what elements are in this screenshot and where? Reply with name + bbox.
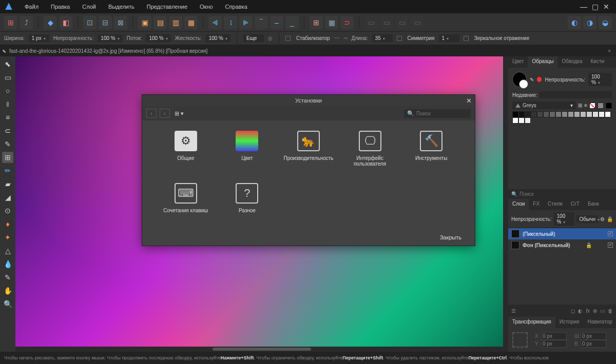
layer-visibility-checkbox[interactable] <box>608 231 613 236</box>
stabilizer-checkbox[interactable] <box>285 36 291 41</box>
mask-icon[interactable]: ◻ <box>571 308 575 314</box>
toolbar-persona1-icon[interactable]: ◐ <box>568 16 581 29</box>
toolbar-arrange1-icon[interactable]: ▣ <box>138 16 151 29</box>
hardness-field[interactable]: 100 % <box>206 34 230 42</box>
brush-tool[interactable]: ✎ <box>2 138 13 150</box>
marquee-rect-tool[interactable]: ▭ <box>2 72 13 83</box>
pen-tool[interactable]: △ <box>2 245 13 256</box>
pixel-tool[interactable]: ⊞ <box>2 152 13 163</box>
red-swatch-icon[interactable] <box>537 77 542 82</box>
tab-navigator[interactable]: Навигатор <box>584 317 617 328</box>
dialog-search-input[interactable] <box>416 111 482 116</box>
heal-tool[interactable]: ✦ <box>2 232 13 243</box>
gradient-tool[interactable]: ◢ <box>2 192 13 203</box>
document-close-icon[interactable]: × <box>605 48 614 54</box>
recent-colors[interactable] <box>540 91 612 98</box>
nocolor-icon[interactable] <box>589 103 595 109</box>
toolbar-align-top-icon[interactable]: ‾ <box>255 16 268 29</box>
toolbar-snap1-icon[interactable]: ⊡ <box>83 16 97 29</box>
eyedropper-icon[interactable]: ✎ <box>530 77 534 83</box>
minimize-button[interactable]: — <box>580 3 587 10</box>
zoom-tool[interactable]: 🔍 <box>2 298 13 310</box>
toolbar-align-right-icon[interactable]: ⫸ <box>239 16 253 29</box>
toolbar-quickmask-icon[interactable]: ◧ <box>59 16 72 29</box>
transform-x-field[interactable] <box>541 332 567 340</box>
swatch-grid[interactable] <box>512 111 612 124</box>
transform-w-field[interactable] <box>581 332 606 340</box>
black-swatch[interactable] <box>606 103 612 109</box>
close-window-button[interactable]: ✕ <box>603 3 610 10</box>
anchor-widget[interactable] <box>512 332 528 348</box>
toolbar-pixel-icon[interactable]: ▦ <box>325 16 338 29</box>
fx-icon[interactable]: fx <box>586 308 590 314</box>
category-ui[interactable]: 🖵 Интерфейс пользователя <box>342 131 398 173</box>
toolbar-persona3-icon[interactable]: ◒ <box>599 16 612 29</box>
tab-history[interactable]: История <box>555 317 584 328</box>
blend-mode-field[interactable]: Обычн <box>576 215 598 223</box>
brush2-tool[interactable]: ✎ <box>2 272 13 283</box>
symmetry-field[interactable]: 1 <box>439 34 459 42</box>
layer-opacity-field[interactable]: 100 % <box>554 212 574 226</box>
layers-icon[interactable]: ☰ <box>511 308 516 314</box>
toolbar-selection-icon[interactable]: ◆ <box>44 16 57 29</box>
tab-stroke[interactable]: Обводка <box>557 56 586 68</box>
curve1-icon[interactable]: 〰 <box>334 35 339 41</box>
close-button[interactable]: Закрыть <box>433 233 469 242</box>
category-shortcuts[interactable]: ⌨ Сочетания клавиш <box>158 183 214 219</box>
tab-brushes[interactable]: Кисти <box>587 56 609 68</box>
flame-tool[interactable]: ♦ <box>2 218 13 230</box>
dialog-close-icon[interactable]: ✕ <box>466 97 472 105</box>
document-tab[interactable]: ⬉ fast-and-the-glorious-140220201432-lg@… <box>0 45 616 56</box>
toolbar-grid-icon[interactable]: ⊞ <box>4 16 17 29</box>
mirror-checkbox[interactable] <box>464 36 469 41</box>
marquee-column-tool[interactable]: ⦀ <box>2 98 13 110</box>
add-layer-icon[interactable]: ⊕ <box>593 308 597 314</box>
toolbar-align-center-icon[interactable]: ⫶ <box>224 16 237 29</box>
toolbar-grid-toggle-icon[interactable]: ⊞ <box>310 16 323 29</box>
symmetry-checkbox[interactable] <box>397 36 402 41</box>
maximize-button[interactable]: ▢ <box>591 3 599 10</box>
drop-tool[interactable]: 💧 <box>2 258 13 270</box>
category-misc[interactable]: ? Разное <box>219 183 276 219</box>
menu-select[interactable]: Выделить <box>103 2 140 12</box>
lock-icon[interactable]: 🔒 <box>607 216 613 222</box>
back-button[interactable]: ‹ <box>146 109 157 118</box>
length-field[interactable]: 35 <box>372 34 393 42</box>
pencil-tool[interactable]: ✏ <box>2 165 13 176</box>
category-color[interactable]: Цвет <box>219 131 276 173</box>
layer-item[interactable]: (Пиксельный) <box>508 228 616 239</box>
tab-fx[interactable]: FX <box>529 199 544 210</box>
toolbar-persona2-icon[interactable]: ◑ <box>583 16 596 29</box>
toolbar-share-icon[interactable]: ⤴ <box>20 16 33 29</box>
tab-styles[interactable]: Стили <box>544 199 567 210</box>
menu-file[interactable]: Файл <box>20 2 44 12</box>
more-button[interactable]: Еще <box>243 34 264 42</box>
grey-swatch[interactable] <box>598 103 604 109</box>
grid-view-icon[interactable]: ⊞ ▾ <box>173 109 185 118</box>
tab-swatches[interactable]: Образцы <box>528 56 557 68</box>
dialog-search[interactable]: 🔍 <box>404 109 471 118</box>
toolbar-arrange4-icon[interactable]: ▦ <box>184 16 198 29</box>
menu-view[interactable]: Представление <box>142 2 192 12</box>
marquee-ellipse-tool[interactable]: ○ <box>2 85 13 96</box>
foreground-color[interactable] <box>512 72 527 87</box>
horizontal-scrollbar[interactable] <box>15 347 508 352</box>
tab-sgt[interactable]: СгТ <box>567 199 584 210</box>
gear-icon[interactable]: ⚙ <box>600 216 605 222</box>
toolbar-magnet-icon[interactable]: ⊃ <box>340 16 354 29</box>
layer-visibility-checkbox[interactable] <box>608 242 613 248</box>
category-performance[interactable]: 🐆 Производительность <box>280 131 337 173</box>
marquee-row-tool[interactable]: ≡ <box>2 112 13 123</box>
curve2-icon[interactable]: ⤳ <box>343 35 348 41</box>
layer-item[interactable]: Фон (Пиксельный) 🔒 <box>508 239 616 251</box>
toolbar-snap3-icon[interactable]: ⊠ <box>114 16 127 29</box>
forward-button[interactable]: › <box>160 109 170 118</box>
palette-grid-icon[interactable]: ⊞ <box>578 103 582 108</box>
fill-tool[interactable]: ▰ <box>2 178 13 190</box>
menu-window[interactable]: Окно <box>195 2 218 12</box>
category-tools[interactable]: 🔨 Инструменты <box>403 131 459 173</box>
toolbar-align-middle-icon[interactable]: – <box>270 16 283 29</box>
lasso-tool[interactable]: ⊂ <box>2 125 13 136</box>
tab-bank[interactable]: Банк <box>584 199 603 210</box>
opacity-field[interactable]: 100 % <box>98 34 122 42</box>
